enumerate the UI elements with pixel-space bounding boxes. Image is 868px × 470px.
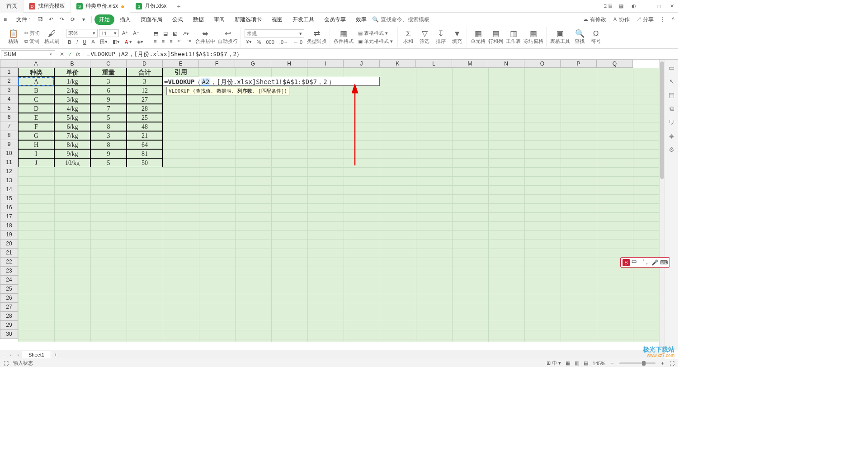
- side-clip-icon[interactable]: ⧉: [670, 105, 674, 113]
- down-icon[interactable]: ▾: [79, 14, 89, 24]
- fullscreen-icon[interactable]: ⛶: [670, 361, 675, 366]
- ime-kbd-icon[interactable]: ⌨: [660, 259, 668, 266]
- tab-layout[interactable]: 页面布局: [136, 14, 167, 25]
- cell[interactable]: 50: [127, 158, 163, 167]
- view-layout-icon[interactable]: ▤: [584, 360, 588, 366]
- tab-start[interactable]: 开始: [94, 14, 114, 25]
- cell[interactable]: 64: [127, 140, 163, 149]
- rowscols-button[interactable]: ▤行和列: [488, 30, 503, 45]
- col-header[interactable]: B: [54, 60, 90, 68]
- paste-button[interactable]: 📋粘贴: [6, 30, 20, 45]
- lang-indicator[interactable]: ⊞ 中 ▾: [547, 360, 561, 367]
- copy-button[interactable]: ⧉ 复制: [23, 38, 42, 45]
- cell[interactable]: 25: [127, 113, 163, 122]
- name-box[interactable]: SUM▾: [1, 50, 55, 58]
- row-header[interactable]: 7: [0, 122, 18, 131]
- orient-icon[interactable]: ↗▾: [180, 30, 191, 37]
- cell[interactable]: B: [18, 86, 54, 95]
- row-header[interactable]: 8: [0, 131, 18, 140]
- view-normal-icon[interactable]: ▦: [566, 360, 570, 366]
- currency-icon[interactable]: ¥▾: [245, 38, 254, 45]
- col-header[interactable]: A: [18, 60, 54, 68]
- cancel-formula-icon[interactable]: ✕: [60, 51, 64, 57]
- cell[interactable]: 5/kg: [54, 113, 90, 122]
- undo-icon[interactable]: ↶: [46, 14, 56, 24]
- row-header[interactable]: 2: [0, 77, 18, 86]
- tab-review[interactable]: 审阅: [209, 14, 229, 25]
- cell[interactable]: 3: [90, 131, 127, 140]
- zoom-level[interactable]: 145%: [593, 361, 605, 366]
- italic-icon[interactable]: I: [75, 39, 80, 45]
- sheet-prev-icon[interactable]: ‹: [7, 352, 14, 357]
- row-header[interactable]: 10: [0, 149, 18, 158]
- tab-custom[interactable]: 新建选项卡: [230, 14, 266, 25]
- side-style-icon[interactable]: ▤: [669, 91, 675, 99]
- fx-icon[interactable]: fx: [76, 51, 80, 57]
- row-header[interactable]: 20: [0, 240, 18, 249]
- col-header[interactable]: G: [235, 60, 271, 68]
- cell[interactable]: A: [18, 77, 54, 86]
- font-size-select[interactable]: 11▾: [99, 29, 119, 37]
- cell[interactable]: 种类: [18, 68, 54, 77]
- ime-lang[interactable]: 中: [632, 258, 637, 266]
- col-header[interactable]: H: [271, 60, 307, 68]
- cell[interactable]: 8: [90, 122, 127, 131]
- select-all-corner[interactable]: [0, 60, 18, 68]
- close-button[interactable]: ✕: [665, 3, 678, 9]
- cell[interactable]: 3/kg: [54, 95, 90, 104]
- indent-dec-icon[interactable]: ⇤: [176, 38, 184, 44]
- side-cursor-icon[interactable]: ↖: [669, 78, 675, 85]
- row-header[interactable]: 18: [0, 221, 18, 230]
- cell[interactable]: 48: [127, 122, 163, 131]
- cell[interactable]: 合计: [127, 68, 163, 77]
- cell[interactable]: C: [18, 95, 54, 104]
- strike-icon[interactable]: A̶: [90, 38, 97, 45]
- row-header[interactable]: 26: [0, 294, 18, 303]
- cell[interactable]: H: [18, 140, 54, 149]
- row-header[interactable]: 14: [0, 185, 18, 194]
- row-header[interactable]: 11: [0, 158, 18, 167]
- cond-format-button[interactable]: ▦条件格式: [334, 30, 354, 45]
- ime-mic-icon[interactable]: 🎤: [651, 259, 658, 266]
- win-grid-icon[interactable]: ▦: [615, 3, 627, 9]
- col-header[interactable]: D: [127, 60, 163, 68]
- tab-file-2[interactable]: S 月份.xlsx: [130, 0, 172, 13]
- history-icon[interactable]: ⟳: [68, 14, 78, 24]
- col-header[interactable]: E: [163, 60, 199, 68]
- cell[interactable]: 4/kg: [54, 104, 90, 113]
- file-menu[interactable]: 文件 ˅: [13, 15, 34, 24]
- row-header[interactable]: 19: [0, 230, 18, 240]
- row-header[interactable]: 4: [0, 95, 18, 104]
- row-header[interactable]: 16: [0, 203, 18, 212]
- tab-view[interactable]: 视图: [267, 14, 287, 25]
- row-header[interactable]: 21: [0, 249, 18, 258]
- col-header[interactable]: O: [524, 60, 561, 68]
- tab-member[interactable]: 会员专享: [320, 14, 350, 25]
- align-bot-icon[interactable]: ⬕: [171, 30, 179, 37]
- sheet-tab[interactable]: Sheet1: [22, 351, 51, 358]
- minimize-button[interactable]: —: [640, 4, 653, 9]
- sheet-add-button[interactable]: +: [51, 352, 60, 357]
- view-page-icon[interactable]: ▥: [575, 360, 579, 366]
- freeze-button[interactable]: ▦冻结窗格: [524, 30, 543, 45]
- cell[interactable]: 27: [127, 95, 163, 104]
- row-header[interactable]: 22: [0, 258, 18, 267]
- save-icon[interactable]: 🖫: [35, 14, 45, 24]
- col-header[interactable]: I: [307, 60, 344, 68]
- col-header[interactable]: P: [561, 60, 597, 68]
- table-style-button[interactable]: ▤ 表格样式▾: [356, 29, 395, 37]
- cell[interactable]: 引用: [163, 68, 199, 77]
- row-header[interactable]: 23: [0, 267, 18, 276]
- col-header[interactable]: N: [488, 60, 524, 68]
- zoom-slider[interactable]: [619, 362, 656, 364]
- sheet-list-icon[interactable]: ≡: [0, 352, 7, 357]
- tab-formula[interactable]: 公式: [168, 14, 188, 25]
- col-header[interactable]: F: [199, 60, 235, 68]
- col-header[interactable]: M: [452, 60, 488, 68]
- cell[interactable]: 5: [90, 158, 127, 167]
- tab-data[interactable]: 数据: [189, 14, 208, 25]
- cell[interactable]: G: [18, 131, 54, 140]
- bold-icon[interactable]: B: [66, 39, 73, 45]
- sum-button[interactable]: Σ求和: [401, 30, 415, 45]
- row-header[interactable]: 9: [0, 140, 18, 149]
